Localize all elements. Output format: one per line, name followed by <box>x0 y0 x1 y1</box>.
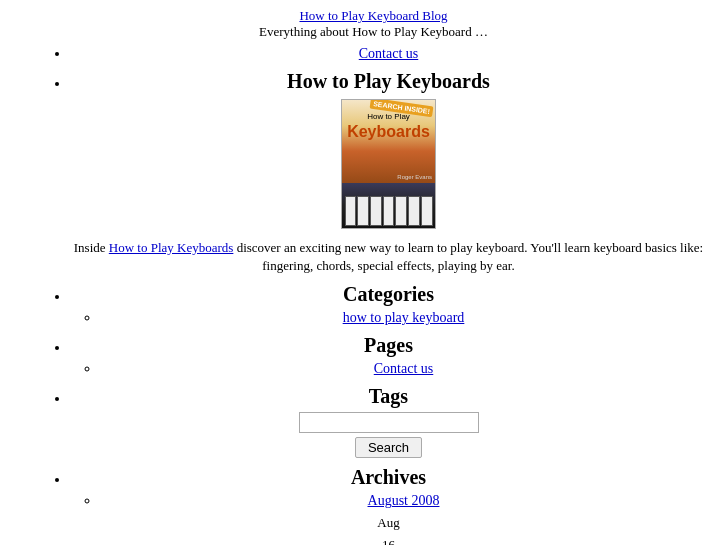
search-button[interactable]: Search <box>355 437 422 458</box>
categories-section-item: Categories how to play keyboard <box>70 283 707 326</box>
tags-title: Tags <box>70 385 707 408</box>
recent-date-day: 16 <box>70 537 707 545</box>
contact-nav-item: Contact us <box>70 46 707 62</box>
book-image[interactable]: SEARCH INSIDE! How to Play Keyboards Rog… <box>341 99 436 229</box>
list-item: how to play keyboard <box>100 310 707 326</box>
archives-list: August 2008 <box>70 493 707 509</box>
pages-list: Contact us <box>70 361 707 377</box>
book-link[interactable]: How to Play Keyboards <box>109 240 234 255</box>
main-nav-list: Contact us How to Play Keyboards SEARCH … <box>40 46 707 545</box>
archives-title: Archives <box>70 466 707 489</box>
book-piano-image <box>342 183 435 228</box>
book-title-large: Keyboards <box>347 123 430 141</box>
tags-section-item: Tags Search <box>70 385 707 458</box>
search-area: Search <box>70 412 707 458</box>
recent-date-month: Aug <box>70 515 707 531</box>
list-item: August 2008 <box>100 493 707 509</box>
contact-link[interactable]: Contact us <box>359 46 419 61</box>
page-wrapper: How to Play Keyboard Blog Everything abo… <box>0 0 727 545</box>
archives-section-item: Archives August 2008 Aug 16 How to Play … <box>70 466 707 545</box>
pages-section-item: Pages Contact us <box>70 334 707 377</box>
pages-contact-link[interactable]: Contact us <box>374 361 434 376</box>
book-container: SEARCH INSIDE! How to Play Keyboards Rog… <box>70 99 707 233</box>
site-tagline: Everything about How to Play Keyboard … <box>40 24 707 40</box>
categories-list: how to play keyboard <box>70 310 707 326</box>
search-input[interactable] <box>299 412 479 433</box>
book-section-title: How to Play Keyboards <box>70 70 707 93</box>
archives-august-link[interactable]: August 2008 <box>368 493 440 508</box>
pages-title: Pages <box>70 334 707 357</box>
category-keyboard-link[interactable]: how to play keyboard <box>343 310 465 325</box>
site-header: How to Play Keyboard Blog Everything abo… <box>40 8 707 40</box>
book-section-item: How to Play Keyboards SEARCH INSIDE! How… <box>70 70 707 275</box>
site-title-link[interactable]: How to Play Keyboard Blog <box>299 8 447 23</box>
book-description: Inside How to Play Keyboards discover an… <box>70 239 707 275</box>
categories-title: Categories <box>70 283 707 306</box>
list-item: Contact us <box>100 361 707 377</box>
book-author: Roger Evans <box>397 174 432 180</box>
